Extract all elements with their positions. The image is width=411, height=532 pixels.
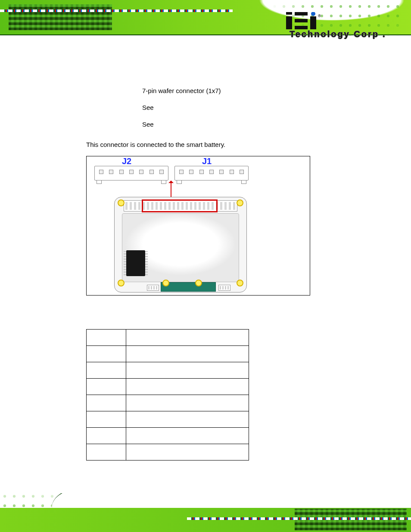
svg-text:®: ® [318, 14, 321, 18]
mount-hole-icon [237, 280, 243, 286]
svg-point-6 [311, 12, 315, 16]
svg-rect-0 [286, 16, 292, 29]
table-cell-desc [126, 428, 249, 444]
table-cell-pin [87, 444, 126, 460]
spec-pinouts-value: See [142, 120, 411, 129]
table-row [87, 428, 249, 444]
board-small-connector-left-icon [147, 285, 159, 291]
svg-rect-2 [295, 12, 308, 16]
table-cell-desc [126, 346, 249, 362]
mount-hole-icon [118, 280, 125, 286]
table-row [87, 444, 249, 460]
board-diagram [114, 197, 247, 292]
body-paragraph: This connector is connected to the smart… [86, 141, 411, 148]
callout-arrow-icon [171, 181, 171, 197]
highlight-box-icon [142, 199, 218, 212]
board-small-connector-right-icon [218, 285, 230, 291]
spec-list: 7-pin wafer connector (1x7) See See [142, 86, 411, 129]
svg-rect-3 [295, 19, 308, 22]
connector-location-figure: J2 J1 1 7 1 7 [86, 156, 310, 296]
brand-logo: ® Technology Corp. [286, 12, 398, 32]
footer-ribbon [187, 517, 411, 520]
page-header-banner: ® Technology Corp. [0, 0, 411, 43]
wafer-connector-j1-icon [174, 166, 249, 180]
figure-label-j1: J1 [202, 156, 212, 166]
mount-hole-icon [195, 280, 202, 286]
table-cell-pin [87, 346, 126, 362]
iei-logo-icon: ® [286, 12, 323, 29]
brand-text: Technology Corp [290, 29, 379, 39]
svg-rect-1 [286, 12, 292, 15]
table-row [87, 346, 249, 362]
table-cell-pin [87, 395, 126, 411]
footer-white-sweep [52, 493, 411, 508]
table-cell-desc [126, 395, 249, 411]
figure-label-j2: J2 [122, 156, 131, 166]
board-chip-icon [126, 250, 145, 276]
svg-rect-4 [295, 26, 308, 29]
pinout-table [86, 329, 249, 460]
table-row [87, 411, 249, 428]
table-cell-desc [126, 379, 249, 395]
page-footer-banner [0, 493, 411, 532]
page-content: 7-pin wafer connector (1x7) See See This… [0, 86, 411, 460]
table-header-desc [126, 330, 249, 346]
brand-period: . [383, 29, 386, 39]
table-cell-pin [87, 379, 126, 395]
table-cell-desc [126, 362, 249, 379]
table-cell-desc [126, 411, 249, 428]
mount-hole-icon [118, 199, 125, 206]
table-cell-pin [87, 428, 126, 444]
table-cell-desc [126, 444, 249, 460]
footer-green-strip [0, 508, 411, 532]
svg-rect-5 [310, 16, 316, 29]
table-row [87, 362, 249, 379]
table-row [87, 379, 249, 395]
mount-hole-icon [162, 280, 169, 286]
table-row [87, 395, 249, 411]
table-cell-pin [87, 411, 126, 428]
table-cell-pin [87, 362, 126, 379]
table-header-pin [87, 330, 126, 346]
wafer-connector-j2-icon [94, 166, 168, 180]
mount-hole-icon [237, 199, 243, 206]
table-header-row [87, 330, 249, 346]
spec-location-value: See [142, 103, 411, 112]
spec-type-value: 7-pin wafer connector (1x7) [142, 86, 411, 95]
